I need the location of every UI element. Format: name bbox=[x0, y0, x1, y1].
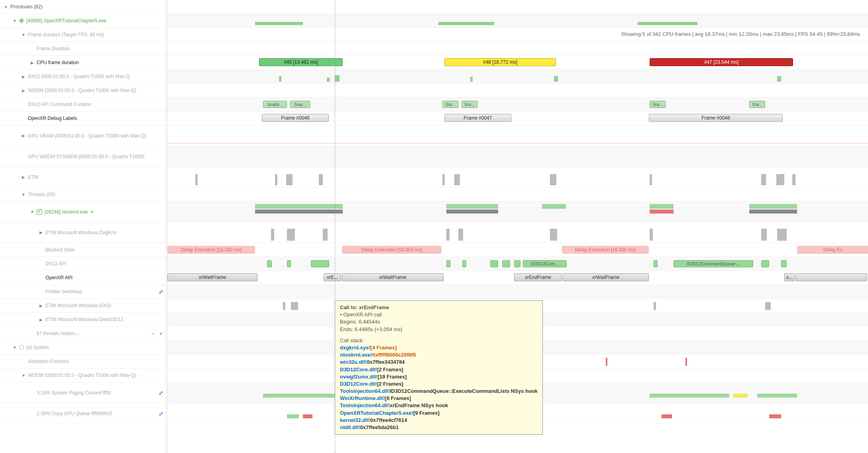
radio-icon[interactable] bbox=[19, 18, 24, 23]
caret-icon[interactable] bbox=[29, 210, 35, 214]
debug-frame-47[interactable]: Frame #0047 bbox=[444, 114, 511, 122]
caret-icon[interactable] bbox=[3, 5, 9, 9]
tl-cpu-frames: #45 [13.461 ms] #46 [18.772 ms] #47 [23.… bbox=[167, 56, 868, 70]
checkbox-icon[interactable] bbox=[37, 209, 42, 215]
process-row[interactable]: [40008] OpenXRTutorialChapter5.exe 0 to … bbox=[0, 14, 167, 28]
dx12-api-row[interactable]: DX12 API bbox=[0, 257, 167, 271]
dx-call[interactable] bbox=[514, 260, 520, 267]
debug-frame-48[interactable]: Frame #0048 bbox=[649, 114, 783, 122]
dx-call[interactable] bbox=[490, 260, 498, 267]
openxr-api-row[interactable]: OpenXR API bbox=[0, 271, 167, 285]
blocked-state-row[interactable]: Blocked State bbox=[0, 243, 167, 257]
paging-ctx-row[interactable]: 3.18% System Paging Context ffffd ⤢ bbox=[0, 382, 167, 403]
ntoskrnl-row[interactable]: [28248] ntoskrnl.exe ▼ bbox=[0, 202, 167, 222]
dx12-api-cmd-row[interactable]: DX12 API Command Creation bbox=[0, 98, 167, 112]
cpu-frame-46[interactable]: #46 [18.772 ms] bbox=[444, 58, 556, 66]
xr-waitframe[interactable] bbox=[795, 273, 867, 281]
dx-call[interactable] bbox=[446, 260, 450, 267]
debug-frame-46[interactable]: Frame #0046 bbox=[262, 114, 329, 122]
xr-endframe[interactable]: xrEndFrame bbox=[514, 273, 562, 281]
tl-frame-duration-header: Showing 5 of 342 CPU frames | avg 18.37m… bbox=[167, 28, 868, 42]
caret-icon[interactable] bbox=[21, 133, 26, 138]
cmd-bar[interactable]: Gra... bbox=[442, 101, 458, 108]
tl-processes bbox=[167, 0, 868, 14]
etw-glyph bbox=[319, 174, 323, 185]
gpu-sysmem-row[interactable]: GPU WDDM SYSMEM (0000:01:00.0 - Quadro T… bbox=[0, 146, 167, 167]
thread-band bbox=[542, 204, 566, 209]
alloc-evictions-row[interactable]: Allocation Evictions bbox=[0, 355, 167, 369]
system-row[interactable]: [4] System 0 to 100% bbox=[0, 341, 167, 355]
caret-icon[interactable] bbox=[12, 345, 18, 350]
etw-dxgi-row[interactable]: ETW Microsoft-Windows-DXGI bbox=[0, 299, 167, 313]
xr-waitframe[interactable]: xrWaitFrame bbox=[563, 273, 649, 281]
expand-icon[interactable]: ⤢ bbox=[158, 411, 164, 416]
etw-glyph bbox=[454, 174, 460, 185]
cmd-bar[interactable]: Gra... bbox=[650, 101, 666, 108]
caret-icon[interactable] bbox=[38, 230, 44, 235]
processes-row[interactable]: Processes (82) bbox=[0, 0, 167, 14]
frame-duration-target-row[interactable]: Frame duration (Target FPS: 60 Hz) bbox=[0, 28, 167, 42]
tl-wddm bbox=[167, 84, 868, 98]
dx-call[interactable] bbox=[761, 260, 769, 267]
glyph bbox=[446, 229, 450, 241]
caret-icon[interactable] bbox=[38, 304, 44, 308]
glyph bbox=[335, 75, 340, 82]
minus-icon[interactable]: − bbox=[150, 331, 156, 336]
gpu-vram-row[interactable]: GPU VRAM (0000:01:00.0 - Quadro T1000 wi… bbox=[0, 126, 167, 146]
delay-bar[interactable]: Delay Ex bbox=[797, 246, 868, 254]
caret-icon[interactable] bbox=[21, 192, 26, 197]
profiler-overhead-row[interactable]: Profiler overhead ⤢ bbox=[0, 285, 167, 299]
caret-icon[interactable] bbox=[21, 373, 26, 378]
caret-icon[interactable] bbox=[21, 175, 26, 179]
dx12-row[interactable]: DX12 0000:01:00.0 - Quadro T1000 with Ma… bbox=[0, 70, 167, 84]
dx-call[interactable] bbox=[781, 260, 787, 267]
etw-d3d12-row[interactable]: ETW Microsoft-Windows-Direct3D12 bbox=[0, 313, 167, 327]
wddm-sys-row[interactable]: WDDM (0000:01:00.0 - Quadro T1000 with M… bbox=[0, 369, 167, 382]
dx-call[interactable] bbox=[267, 260, 272, 267]
thread-band bbox=[749, 210, 797, 214]
dx-id3d12-bar[interactable]: ID3D12Com... bbox=[523, 260, 567, 267]
caret-icon[interactable] bbox=[38, 318, 44, 322]
cmd-bar[interactable]: Grap... bbox=[290, 101, 310, 108]
expand-icon[interactable]: ⤢ bbox=[158, 289, 164, 294]
etw-dxgkrnl-row[interactable]: ETW Microsoft-Windows-DxgKrnl bbox=[0, 222, 167, 243]
tl-openxr-debug: Frame #0046 Frame #0047 Frame #0048 bbox=[167, 112, 868, 126]
dropdown-caret-icon[interactable]: ▼ bbox=[90, 210, 94, 214]
delay-bar[interactable]: Delay Execution [16.200 ms] bbox=[167, 246, 255, 254]
openxr-debug-row[interactable]: OpenXR Debug Labels bbox=[0, 112, 167, 126]
timeline-pane[interactable]: Showing 5 of 342 CPU frames | avg 18.37m… bbox=[167, 0, 868, 453]
caret-icon[interactable] bbox=[12, 19, 18, 23]
frame-duration-row[interactable]: Frame Duration bbox=[0, 42, 167, 56]
evict-glyph bbox=[685, 358, 687, 366]
dx-call[interactable] bbox=[287, 260, 291, 267]
dx-call[interactable] bbox=[311, 260, 329, 267]
delay-bar[interactable]: Delay Execution [16.205 ms] bbox=[562, 246, 649, 254]
hidden-threads-row[interactable]: 67 threads hidden... − + 0 to 100% bbox=[0, 327, 167, 341]
dx-call[interactable] bbox=[502, 260, 510, 267]
xr-waitframe[interactable]: xrWaitFrame bbox=[342, 273, 444, 281]
threads-row[interactable]: Threads (68) 0 to 100% bbox=[0, 188, 167, 202]
radio-icon[interactable] bbox=[19, 345, 24, 350]
dx-call[interactable] bbox=[654, 260, 658, 267]
cmd-bar[interactable]: Gra... bbox=[461, 101, 477, 108]
copy-gpu-row[interactable]: 2.30% Copy GPU Queue ffffd988c5 ⤢ bbox=[0, 403, 167, 424]
cpu-frame-duration-row[interactable]: CPU frame duration bbox=[0, 56, 167, 70]
wddm-row[interactable]: WDDM (0000:01:00.0 - Quadro T1000 with M… bbox=[0, 84, 167, 98]
delay-bar[interactable]: Delay Execution [16.053 ms] bbox=[342, 246, 442, 254]
xr-waitframe[interactable]: xrWaitFrame bbox=[167, 273, 257, 281]
dx-id3d12-bar[interactable]: ID3D12CommandQueue:... bbox=[674, 260, 753, 267]
caret-icon[interactable] bbox=[21, 33, 26, 37]
cmd-bar[interactable]: Graphi... bbox=[263, 101, 287, 108]
cpu-frame-47[interactable]: #47 [23.544 ms] bbox=[650, 58, 793, 66]
caret-icon[interactable] bbox=[21, 75, 26, 79]
xr-endframe-short[interactable]: xrE... bbox=[324, 273, 341, 281]
etw-row[interactable]: ETW bbox=[0, 167, 167, 188]
cpu-frame-45[interactable]: #45 [13.461 ms] bbox=[259, 58, 343, 66]
expand-icon[interactable]: ⤢ bbox=[158, 390, 164, 396]
caret-icon[interactable] bbox=[21, 88, 26, 93]
dx-call[interactable] bbox=[462, 260, 466, 267]
xr-short[interactable]: x... bbox=[784, 273, 795, 281]
plus-icon[interactable]: + bbox=[158, 331, 164, 336]
cmd-bar[interactable]: Gra... bbox=[749, 101, 765, 108]
caret-icon[interactable] bbox=[29, 61, 35, 65]
